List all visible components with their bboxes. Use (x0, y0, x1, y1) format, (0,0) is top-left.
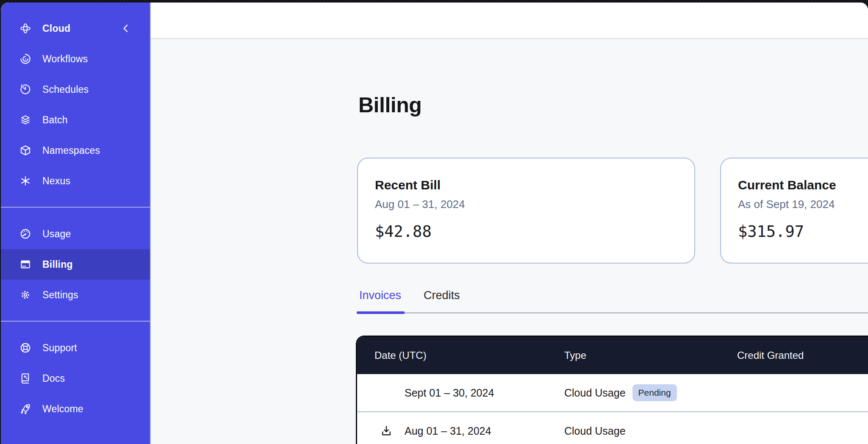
page-title: Billing (358, 92, 422, 118)
usage-gauge-icon (19, 228, 31, 240)
batch-layers-icon (19, 114, 31, 126)
card-period: As of Sept 19, 2024 (738, 198, 868, 211)
sidebar-item-label: Workflows (42, 53, 88, 65)
invoice-type: Cloud Usage (564, 425, 626, 437)
column-header-credit-granted: Credit Granted (737, 350, 868, 361)
settings-gear-icon (19, 289, 31, 301)
sidebar-item-label: Settings (42, 289, 78, 301)
column-header-date: Date (UTC) (357, 350, 564, 361)
cloud-logo-icon (19, 22, 31, 34)
sidebar-divider (1, 207, 150, 208)
schedules-icon (19, 83, 31, 95)
invoices-table: Date (UTC) Type Credit Granted Sept 01 –… (356, 336, 868, 444)
sidebar-item-settings[interactable]: Settings (1, 280, 150, 310)
table-row: Sept 01 – 30, 2024 Cloud Usage Pending (357, 374, 868, 411)
invoice-date: Sept 01 – 30, 2024 (405, 387, 494, 399)
sidebar-item-usage[interactable]: Usage (1, 219, 150, 249)
workflows-icon (19, 53, 31, 65)
card-title: Current Balance (738, 178, 868, 192)
sidebar-item-label: Schedules (42, 84, 89, 95)
card-amount: $315.97 (738, 222, 868, 241)
sidebar-collapse-button[interactable] (120, 23, 131, 34)
invoice-date: Aug 01 – 31, 2024 (405, 425, 491, 437)
current-balance-card: Current Balance As of Sept 19, 2024 $315… (720, 158, 868, 264)
sidebar-item-label: Support (42, 342, 77, 354)
sidebar-item-label: Docs (42, 373, 65, 384)
table-header-row: Date (UTC) Type Credit Granted (357, 337, 868, 374)
namespaces-cube-icon (19, 144, 31, 156)
card-title: Recent Bill (375, 178, 694, 192)
sidebar-divider (1, 321, 150, 322)
sidebar-item-billing[interactable]: Billing (1, 249, 150, 280)
sidebar-item-nexus[interactable]: Nexus (1, 166, 150, 196)
card-amount: $42.88 (375, 222, 694, 241)
card-period: Aug 01 – 31, 2024 (375, 198, 694, 211)
sidebar-item-support[interactable]: Support (1, 333, 150, 363)
sidebar-item-label: Batch (42, 114, 68, 126)
sidebar: Cloud Workflows (1, 3, 151, 444)
docs-book-icon (19, 372, 31, 384)
tab-credits[interactable]: Credits (424, 289, 460, 312)
welcome-rocket-icon (19, 403, 31, 415)
sidebar-item-label: Namespaces (42, 145, 100, 156)
sidebar-item-workflows[interactable]: Workflows (1, 44, 150, 74)
sidebar-header-label: Cloud (42, 23, 70, 34)
invoice-type: Cloud Usage (564, 387, 626, 399)
nexus-asterisk-icon (19, 175, 31, 187)
sidebar-item-namespaces[interactable]: Namespaces (1, 135, 150, 166)
billing-tabs: Invoices Credits (357, 289, 868, 314)
sidebar-item-label: Nexus (42, 175, 70, 187)
tab-invoices[interactable]: Invoices (359, 289, 401, 312)
sidebar-item-schedules[interactable]: Schedules (1, 74, 150, 105)
sidebar-item-label: Welcome (42, 403, 83, 415)
download-icon[interactable] (380, 425, 393, 437)
chevron-left-icon (120, 23, 131, 34)
sidebar-item-label: Usage (42, 228, 71, 240)
sidebar-item-docs[interactable]: Docs (1, 363, 150, 394)
top-bar (151, 3, 868, 39)
column-header-type: Type (564, 350, 737, 361)
status-badge: Pending (632, 384, 677, 401)
sidebar-item-welcome[interactable]: Welcome (1, 394, 150, 424)
support-lifebuoy-icon (19, 342, 31, 354)
screen: Cloud Workflows (0, 0, 868, 444)
app-window: Cloud Workflows (1, 3, 868, 444)
recent-bill-card: Recent Bill Aug 01 – 31, 2024 $42.88 (357, 158, 695, 264)
sidebar-header-cloud[interactable]: Cloud (1, 13, 150, 44)
table-row: Aug 01 – 31, 2024 Cloud Usage (357, 411, 868, 444)
sidebar-item-label: Billing (42, 259, 73, 270)
billing-card-icon (19, 258, 31, 270)
sidebar-item-batch[interactable]: Batch (1, 105, 150, 135)
